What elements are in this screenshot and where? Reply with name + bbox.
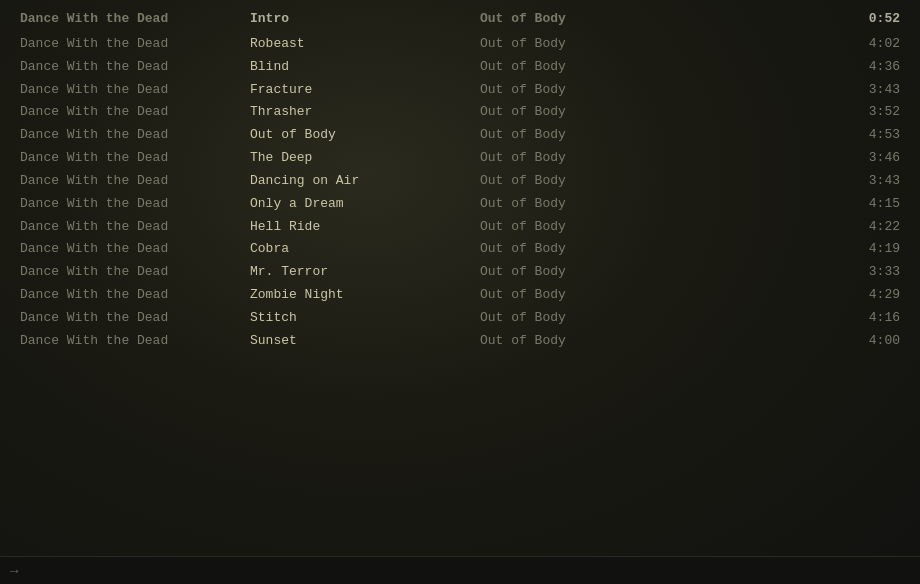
track-artist: Dance With the Dead [20, 172, 250, 191]
table-row[interactable]: Dance With the DeadMr. TerrorOut of Body… [0, 261, 920, 284]
track-duration: 4:29 [710, 286, 900, 305]
track-title: The Deep [250, 149, 480, 168]
track-album: Out of Body [480, 126, 710, 145]
track-album: Out of Body [480, 309, 710, 328]
track-title: Robeast [250, 35, 480, 54]
track-title: Fracture [250, 81, 480, 100]
track-title: Blind [250, 58, 480, 77]
track-duration: 4:02 [710, 35, 900, 54]
track-artist: Dance With the Dead [20, 218, 250, 237]
track-duration: 4:36 [710, 58, 900, 77]
track-artist: Dance With the Dead [20, 58, 250, 77]
header-title: Intro [250, 10, 480, 29]
track-album: Out of Body [480, 332, 710, 351]
track-album: Out of Body [480, 81, 710, 100]
bottom-bar: → [0, 556, 920, 584]
track-album: Out of Body [480, 263, 710, 282]
track-artist: Dance With the Dead [20, 126, 250, 145]
track-title: Cobra [250, 240, 480, 259]
track-artist: Dance With the Dead [20, 240, 250, 259]
track-duration: 3:46 [710, 149, 900, 168]
table-row[interactable]: Dance With the DeadOnly a DreamOut of Bo… [0, 193, 920, 216]
table-row[interactable]: Dance With the DeadSunsetOut of Body4:00 [0, 330, 920, 353]
track-artist: Dance With the Dead [20, 81, 250, 100]
table-row[interactable]: Dance With the DeadThe DeepOut of Body3:… [0, 147, 920, 170]
track-album: Out of Body [480, 103, 710, 122]
arrow-icon: → [10, 563, 18, 579]
track-duration: 3:43 [710, 81, 900, 100]
track-artist: Dance With the Dead [20, 286, 250, 305]
track-duration: 4:16 [710, 309, 900, 328]
track-album: Out of Body [480, 286, 710, 305]
track-album: Out of Body [480, 58, 710, 77]
track-duration: 4:22 [710, 218, 900, 237]
track-title: Zombie Night [250, 286, 480, 305]
track-artist: Dance With the Dead [20, 309, 250, 328]
track-title: Thrasher [250, 103, 480, 122]
track-album: Out of Body [480, 172, 710, 191]
header-artist: Dance With the Dead [20, 10, 250, 29]
track-duration: 4:53 [710, 126, 900, 145]
track-title: Sunset [250, 332, 480, 351]
table-row[interactable]: Dance With the DeadStitchOut of Body4:16 [0, 307, 920, 330]
track-artist: Dance With the Dead [20, 195, 250, 214]
track-album: Out of Body [480, 195, 710, 214]
track-artist: Dance With the Dead [20, 103, 250, 122]
table-row[interactable]: Dance With the DeadThrasherOut of Body3:… [0, 101, 920, 124]
track-title: Dancing on Air [250, 172, 480, 191]
track-title: Stitch [250, 309, 480, 328]
track-artist: Dance With the Dead [20, 263, 250, 282]
table-row[interactable]: Dance With the DeadDancing on AirOut of … [0, 170, 920, 193]
track-duration: 4:00 [710, 332, 900, 351]
track-title: Mr. Terror [250, 263, 480, 282]
header-duration: 0:52 [710, 10, 900, 29]
track-duration: 4:15 [710, 195, 900, 214]
track-title: Only a Dream [250, 195, 480, 214]
track-album: Out of Body [480, 218, 710, 237]
track-duration: 4:19 [710, 240, 900, 259]
table-row[interactable]: Dance With the DeadFractureOut of Body3:… [0, 79, 920, 102]
table-row[interactable]: Dance With the DeadZombie NightOut of Bo… [0, 284, 920, 307]
track-list-header: Dance With the Dead Intro Out of Body 0:… [0, 8, 920, 31]
track-album: Out of Body [480, 149, 710, 168]
table-row[interactable]: Dance With the DeadCobraOut of Body4:19 [0, 238, 920, 261]
track-duration: 3:43 [710, 172, 900, 191]
track-album: Out of Body [480, 35, 710, 54]
track-artist: Dance With the Dead [20, 149, 250, 168]
header-album: Out of Body [480, 10, 710, 29]
track-artist: Dance With the Dead [20, 332, 250, 351]
track-album: Out of Body [480, 240, 710, 259]
table-row[interactable]: Dance With the DeadOut of BodyOut of Bod… [0, 124, 920, 147]
table-row[interactable]: Dance With the DeadHell RideOut of Body4… [0, 216, 920, 239]
track-title: Hell Ride [250, 218, 480, 237]
table-row[interactable]: Dance With the DeadBlindOut of Body4:36 [0, 56, 920, 79]
track-list: Dance With the Dead Intro Out of Body 0:… [0, 0, 920, 361]
track-title: Out of Body [250, 126, 480, 145]
track-artist: Dance With the Dead [20, 35, 250, 54]
track-duration: 3:33 [710, 263, 900, 282]
track-duration: 3:52 [710, 103, 900, 122]
table-row[interactable]: Dance With the DeadRobeastOut of Body4:0… [0, 33, 920, 56]
